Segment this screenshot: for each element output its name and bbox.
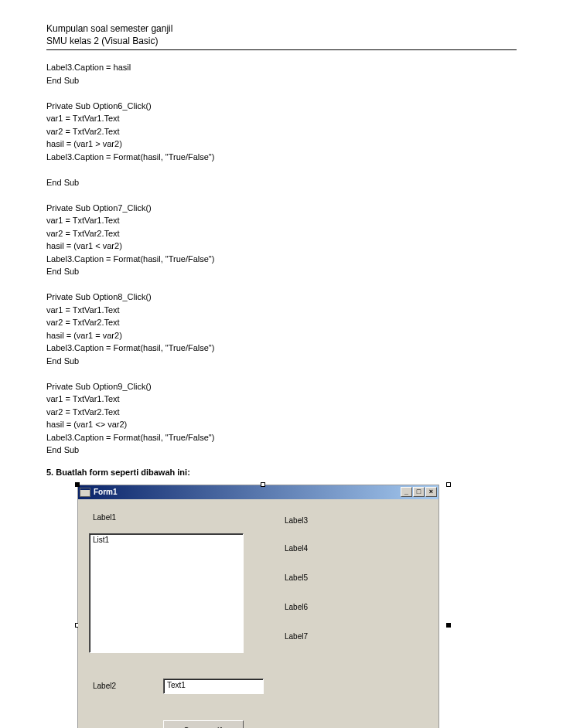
code-listing: Label3.Caption = hasil End Sub Private S… [46,61,517,457]
resize-handle[interactable] [261,482,265,487]
doc-subtitle: SMU kelas 2 (Visual Basic) [46,36,517,50]
maximize-button[interactable]: □ [413,487,425,497]
question-text: 5. Buatlah form seperti dibawah ini: [46,468,517,477]
list1[interactable]: List1 [89,533,244,653]
titlebar[interactable]: Form1 _ □ × [78,485,438,499]
label4: Label4 [282,544,310,553]
resize-handle[interactable] [446,623,451,628]
close-button[interactable]: × [425,487,437,497]
label5: Label5 [282,573,310,582]
label2: Label2 [90,682,118,690]
resize-handle[interactable] [446,482,451,487]
form1: Form1 _ □ × Label1 List1 Label3 Label4 L… [77,485,439,729]
text1[interactable]: Text1 [163,679,264,694]
label6: Label6 [282,603,310,611]
command1-button[interactable]: Command1 [163,720,244,729]
resize-handle[interactable] [75,482,80,487]
vb-designer: Form1 _ □ × Label1 List1 Label3 Label4 L… [77,485,449,729]
label1: Label1 [90,513,118,522]
label3: Label3 [282,516,310,525]
minimize-button[interactable]: _ [401,487,412,497]
form-title: Form1 [94,488,118,496]
doc-title: Kumpulan soal semester ganjil [46,23,517,34]
label7: Label7 [282,632,310,641]
form-body: Label1 List1 Label3 Label4 Label5 Label6… [78,499,438,729]
form-icon [80,488,90,497]
